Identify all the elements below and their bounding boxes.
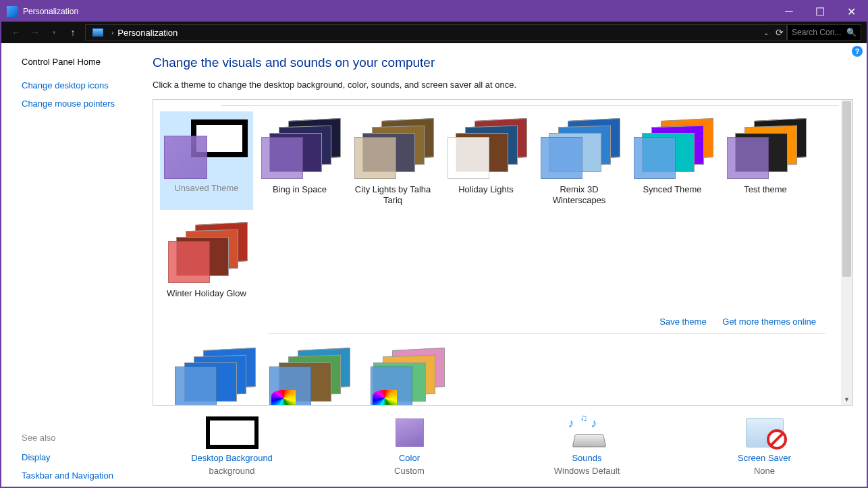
nav-forward-button[interactable]: → xyxy=(26,23,45,42)
theme-item[interactable]: Winter Holiday Glow xyxy=(160,215,253,303)
theme-item[interactable]: Test theme xyxy=(719,111,812,210)
theme-item[interactable]: Bing in Space xyxy=(253,111,346,210)
sidebar-link-change-mouse-pointers[interactable]: Change mouse pointers xyxy=(22,99,136,109)
address-bar[interactable]: › Personalization ⌄ ⟳ xyxy=(85,24,787,40)
setting-value: Custom xyxy=(342,466,477,476)
location-icon xyxy=(92,28,103,36)
theme-color-swatch xyxy=(371,367,412,406)
nav-back-button[interactable]: ← xyxy=(7,23,26,42)
save-theme-link[interactable]: Save theme xyxy=(659,317,706,327)
theme-item[interactable] xyxy=(356,341,450,406)
theme-color-swatch xyxy=(354,137,396,179)
theme-color-swatch xyxy=(541,137,582,179)
default-themes-row xyxy=(160,341,839,406)
theme-color-swatch xyxy=(634,137,676,179)
theme-item[interactable]: Unsaved Theme xyxy=(160,111,253,210)
setting-item[interactable]: Desktop Backgroundbackground xyxy=(165,416,300,476)
desktop-background-icon xyxy=(206,416,259,449)
setting-value: Windows Default xyxy=(520,466,655,476)
theme-color-swatch xyxy=(164,136,207,179)
theme-item[interactable]: Remix 3D Winterscapes xyxy=(533,111,626,210)
setting-link[interactable]: Screen Saver xyxy=(697,453,832,463)
scrollbar[interactable]: ▲ ▼ xyxy=(841,100,852,405)
theme-label: Bing in Space xyxy=(253,183,346,199)
close-button[interactable]: ✕ xyxy=(836,1,867,22)
address-dropdown-icon[interactable]: ⌄ xyxy=(763,29,769,36)
theme-label: Winter Holiday Glow xyxy=(160,287,253,303)
search-placeholder: Search Con... xyxy=(792,28,841,37)
setting-item[interactable]: Screen SaverNone xyxy=(697,416,832,476)
theme-item[interactable]: Synced Theme xyxy=(626,111,719,210)
theme-label: Holiday Lights xyxy=(439,183,533,199)
sidebar-link-change-desktop-icons[interactable]: Change desktop icons xyxy=(22,80,136,90)
disabled-overlay-icon xyxy=(767,429,787,450)
scroll-thumb[interactable] xyxy=(842,101,851,277)
breadcrumb-separator: › xyxy=(111,29,113,36)
theme-links-row: Save theme Get more themes online xyxy=(160,308,839,333)
window-title: Personalization xyxy=(23,7,78,16)
palette-icon xyxy=(271,390,296,406)
sidebar: Control Panel Home Change desktop icons … xyxy=(1,43,143,487)
theme-label: Remix 3D Winterscapes xyxy=(533,183,626,210)
window-controls: ─ ☐ ✕ xyxy=(774,1,867,22)
nav-recent-dropdown[interactable]: ▾ xyxy=(45,23,63,42)
theme-color-swatch xyxy=(175,367,217,406)
theme-item[interactable] xyxy=(261,341,356,406)
themes-listbox: Unsaved ThemeBing in SpaceCity Lights by… xyxy=(153,99,853,406)
see-also-taskbar[interactable]: Taskbar and Navigation xyxy=(22,470,136,481)
setting-value: background xyxy=(165,466,300,476)
theme-label: Test theme xyxy=(719,183,812,199)
setting-link[interactable]: Sounds xyxy=(520,453,655,463)
palette-icon xyxy=(373,390,397,406)
theme-item[interactable]: City Lights by Talha Tariq xyxy=(346,111,439,210)
setting-link[interactable]: Desktop Background xyxy=(165,453,300,463)
theme-color-swatch xyxy=(261,137,303,179)
refresh-button[interactable]: ⟳ xyxy=(776,27,784,38)
themes-grid: Unsaved ThemeBing in SpaceCity Lights by… xyxy=(160,111,839,308)
setting-link[interactable]: Color xyxy=(342,453,477,463)
section-divider-2 xyxy=(268,333,825,334)
search-icon: 🔍 xyxy=(846,28,857,37)
theme-label: City Lights by Talha Tariq xyxy=(346,183,439,210)
settings-strip: Desktop BackgroundbackgroundColorCustom♪… xyxy=(143,412,853,487)
theme-color-swatch xyxy=(727,137,769,179)
control-panel-home-link[interactable]: Control Panel Home xyxy=(22,57,136,67)
theme-color-swatch xyxy=(168,241,210,283)
setting-item[interactable]: ColorCustom xyxy=(342,416,477,476)
theme-label: Unsaved Theme xyxy=(160,182,253,198)
theme-color-swatch xyxy=(269,367,311,406)
theme-color-swatch xyxy=(447,137,489,179)
app-icon xyxy=(7,6,18,17)
breadcrumb-current[interactable]: Personalization xyxy=(117,28,178,38)
page-heading: Change the visuals and sounds on your co… xyxy=(153,55,853,70)
minimize-button[interactable]: ─ xyxy=(774,1,805,22)
search-input[interactable]: Search Con... 🔍 xyxy=(787,24,861,40)
maximize-button[interactable]: ☐ xyxy=(805,1,836,22)
title-bar: Personalization ─ ☐ ✕ xyxy=(1,1,867,22)
setting-item[interactable]: ♪♫♪SoundsWindows Default xyxy=(520,416,655,476)
color-swatch-icon xyxy=(396,418,424,447)
see-also-header: See also xyxy=(22,433,136,443)
theme-item[interactable]: Holiday Lights xyxy=(439,111,533,210)
get-more-themes-link[interactable]: Get more themes online xyxy=(722,317,816,327)
sounds-icon: ♪♫♪ xyxy=(567,418,607,448)
page-subtitle: Click a theme to change the desktop back… xyxy=(153,80,853,90)
setting-value: None xyxy=(697,466,832,476)
section-divider xyxy=(221,105,839,106)
screensaver-icon xyxy=(746,418,784,448)
see-also-display[interactable]: Display xyxy=(22,452,136,462)
theme-label: Synced Theme xyxy=(626,183,719,199)
theme-item[interactable] xyxy=(167,341,261,406)
nav-up-button[interactable]: ↑ xyxy=(63,23,82,42)
scroll-down-arrow[interactable]: ▼ xyxy=(841,394,852,405)
nav-bar: ← → ▾ ↑ › Personalization ⌄ ⟳ Search Con… xyxy=(1,22,867,43)
